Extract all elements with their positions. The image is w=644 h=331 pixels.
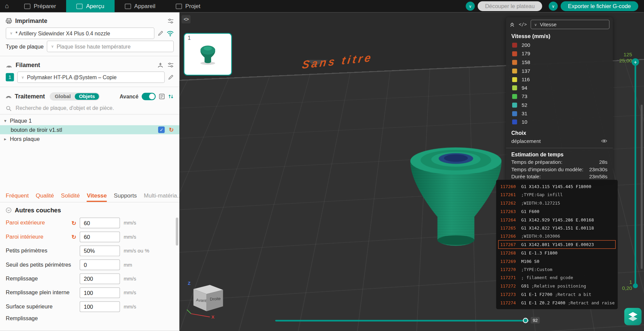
home-button[interactable]: ⌂ (0, 0, 14, 12)
reset-value-icon[interactable]: ↻ (71, 220, 80, 226)
time-label: Durée totale: (511, 174, 589, 179)
gcode-line[interactable]: 117268G1 E-1.3 F1800 (498, 249, 616, 257)
gcode-line[interactable]: 117274G1 E-1 Z0.2 F2400 ;Retract and rai… (498, 298, 616, 307)
orientation-cube[interactable]: Avant Droite Z X (185, 279, 230, 320)
time-estimate-title: Estimation de temps (506, 148, 613, 159)
group-collapse-icon[interactable] (6, 207, 11, 213)
legend-item-158: 158 (506, 58, 613, 66)
param-tab-2[interactable]: Solidité (61, 190, 80, 202)
setting-unit: mm/s ou % (124, 248, 149, 254)
divider (0, 56, 179, 56)
setting-input[interactable]: 60 (80, 218, 120, 229)
gcode-line[interactable]: 117265G1 X142.822 Y145.151 E.00118 (498, 224, 616, 232)
gcode-line[interactable]: 117260G1 X143.115 Y145.445 F18000 (498, 182, 616, 191)
export-gcode-button[interactable]: Exporter le fichier G-code (561, 1, 638, 11)
visibility-eye-icon[interactable] (601, 139, 607, 143)
setting-input[interactable]: 0 (80, 260, 120, 270)
param-tab-3[interactable]: Vitesse (87, 190, 107, 202)
edit-filament-icon[interactable] (168, 74, 174, 80)
layer-slider-track[interactable] (635, 62, 636, 287)
view-type-dropdown[interactable]: ∨ Vitesse (531, 20, 610, 29)
setting-input[interactable]: 50% (80, 245, 120, 256)
model-bouton-de-tiroir[interactable] (405, 141, 507, 260)
gcode-line[interactable]: 117264G1 X142.929 Y145.286 E.00168 (498, 215, 616, 224)
param-tab-5[interactable]: Multi-matéria... (144, 190, 180, 202)
gcode-window-icon[interactable]: </> (519, 22, 527, 27)
tab-appareil[interactable]: Appareil (115, 0, 166, 12)
export-options-chevron-icon[interactable]: ∨ (549, 2, 558, 11)
advanced-toggle[interactable] (142, 93, 155, 100)
gcode-line[interactable]: 117262;WIDTH:0.127215 (498, 199, 616, 207)
tab-projet[interactable]: Projet (166, 0, 210, 12)
gcode-line[interactable]: 117272G91 ;Relative positioning (498, 282, 616, 290)
search-input[interactable] (15, 105, 174, 112)
filament-settings-icon[interactable] (168, 62, 174, 68)
add-filament-icon[interactable] (157, 62, 164, 68)
step-slider-handle[interactable] (523, 318, 528, 323)
viewport-3d[interactable]: Sans titre <> 1 (179, 12, 644, 331)
sidebar-scrollbar[interactable] (176, 218, 178, 246)
gcode-line-number: 117269 (500, 258, 519, 265)
edit-printer-icon[interactable] (158, 30, 164, 36)
tab-preparer[interactable]: Préparer (14, 0, 66, 12)
object-sync-icon[interactable]: ↻ (169, 126, 174, 133)
object-checkbox[interactable]: ✓ (158, 126, 165, 133)
filament-index-badge[interactable]: 1 (6, 73, 14, 81)
layer-slider-top-handle[interactable]: + (632, 58, 639, 66)
objects-option[interactable]: Objets (75, 93, 99, 100)
gcode-step-slider[interactable]: 92 (275, 318, 529, 324)
setting-input[interactable]: 100 (80, 288, 120, 298)
plate-thumbnail[interactable]: 1 (183, 33, 232, 76)
chevron-down-icon: ∨ (51, 44, 54, 49)
gcode-line[interactable]: 117270;TYPE:Custom (498, 265, 616, 274)
parameter-list-icon[interactable] (159, 94, 165, 99)
param-tab-0[interactable]: Fréquent (6, 190, 29, 202)
gcode-line-number: 117260 (500, 183, 519, 190)
printer-settings-icon[interactable] (168, 18, 174, 24)
gcode-line[interactable]: 117267G1 X142.801 Y145.109 E.00023 (498, 240, 616, 249)
setting-unit: mm/s (124, 276, 136, 282)
gcode-line-number: 117273 (500, 291, 519, 298)
reset-value-icon[interactable]: ↻ (71, 234, 80, 240)
slice-options-chevron-icon[interactable]: ∨ (466, 2, 475, 11)
gcode-line[interactable]: 117271; filament end gcode (498, 274, 616, 282)
caret-closed-icon[interactable]: ▸ (4, 136, 10, 142)
global-objects-toggle[interactable]: Global Objets (50, 92, 100, 100)
collapse-sidebar-handle[interactable]: <> (181, 15, 191, 23)
layer-slider-bottom-handle[interactable] (633, 283, 638, 288)
gcode-line[interactable]: 117266;WIDTH:0.103006 (498, 232, 616, 240)
param-tab-4[interactable]: Supports (114, 190, 137, 202)
tree-item-plate[interactable]: ▾ Plaque 1 (0, 116, 179, 125)
legend-value: 73 (522, 94, 527, 99)
gcode-line[interactable]: 117261;TYPE:Gap infill (498, 190, 616, 199)
setting-input[interactable]: 200 (80, 273, 120, 284)
tab-apercu[interactable]: Aperçu (66, 0, 115, 12)
apercu-icon (77, 3, 83, 9)
tree-item-off-plate[interactable]: ▸ Hors plaque (0, 134, 179, 143)
slice-plate-button[interactable]: Découper le plateau (478, 1, 542, 11)
filament-spool-icon (6, 62, 12, 68)
compare-presets-icon[interactable] (168, 94, 174, 99)
filament-select[interactable]: ∨ Polymaker HT-PLA @System – Copie (17, 71, 165, 83)
step-slider-track[interactable] (275, 320, 529, 322)
gcode-line[interactable]: 117273G1 E-1 F2700 ;Retract a bit (498, 290, 616, 299)
setting-input[interactable]: 60 (80, 232, 120, 242)
wifi-icon[interactable] (167, 30, 174, 36)
gcode-line-number: 117270 (500, 266, 519, 273)
printer-select[interactable]: ∨ * Artillery Sidewinder X4 Plus 0.4 noz… (6, 28, 154, 39)
gcode-line[interactable]: 117263G1 F600 (498, 207, 616, 216)
setting-input[interactable]: 100 (80, 301, 120, 312)
option-deplacement[interactable]: déplacement (506, 137, 613, 145)
plate-type-select[interactable]: ∨ Plaque lisse haute température (47, 41, 174, 52)
legend-item-179: 179 (506, 50, 613, 58)
gcode-line[interactable]: 117269M106 S0 (498, 257, 616, 265)
global-option[interactable]: Global (51, 93, 75, 100)
collapse-panel-icon[interactable] (509, 22, 515, 27)
viewport-scrollbar[interactable] (641, 105, 643, 269)
tab-label: Projet (185, 3, 201, 9)
caret-open-icon[interactable]: ▾ (4, 118, 10, 123)
color-swatch (512, 94, 517, 99)
tree-item-object[interactable]: bouton de tiroir v1.stl ✓ ↻ (0, 125, 179, 134)
param-tab-1[interactable]: Qualité (36, 190, 54, 202)
legend-items: 2001791581371169473523110 (506, 41, 613, 126)
